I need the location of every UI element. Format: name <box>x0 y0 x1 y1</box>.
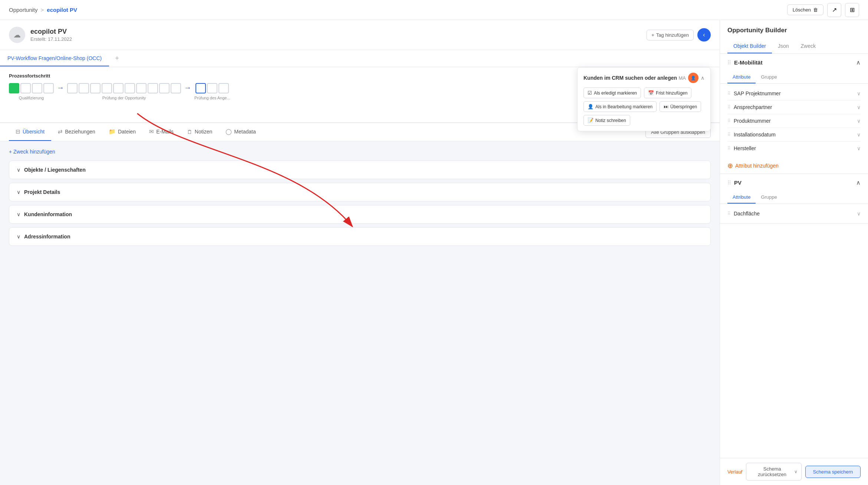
tab-emails[interactable]: ✉ E-Mails <box>142 123 180 141</box>
add-workflow-tab-button[interactable]: + <box>109 50 125 67</box>
pv-sub-tab-gruppe[interactable]: Gruppe <box>756 191 782 204</box>
task-popup-header: Kunden im CRM suchen oder anlegen MA 👤 ∧ <box>583 73 704 83</box>
delete-label: Löschen <box>793 7 811 13</box>
collapse-button[interactable]: ‹ <box>697 28 711 42</box>
task-popup-actions: ☑ Als erledigt markieren 📅 Frist hinzufü… <box>583 88 704 126</box>
sidebar-tab-json[interactable]: Json <box>772 39 795 53</box>
tab-emails-label: E-Mails <box>156 129 174 135</box>
sidebar-tabs: Objekt Builder Json Zweck <box>720 39 868 54</box>
pv-sub-tab-attribute[interactable]: Attribute <box>727 191 756 204</box>
section-projekt-toggle[interactable]: ∨ <box>17 189 20 195</box>
skip-button[interactable]: ⏭ Überspringen <box>660 101 701 112</box>
attr-hersteller-expand[interactable]: ∨ <box>857 145 861 151</box>
add-deadline-button[interactable]: 📅 Frist hinzufügen <box>644 88 691 98</box>
emobility-sub-tab-attribute[interactable]: Attribute <box>727 71 756 83</box>
emobility-sub-tab-gruppe[interactable]: Gruppe <box>756 71 782 83</box>
process-stages: Qualifizierung → <box>9 83 230 100</box>
attr-dachflache-drag[interactable]: ⠿ <box>727 211 731 216</box>
attr-sap-drag[interactable]: ⠿ <box>727 91 731 96</box>
grid-button[interactable]: ⊞ <box>845 3 859 17</box>
builder-section-emobility: ⠿ E-Mobilität ∧ Attribute Gruppe <box>720 54 868 174</box>
metadata-icon: ◯ <box>226 128 232 135</box>
entity-info: ☁ ecopilot PV Erstellt: 17.11.2022 <box>9 27 72 43</box>
pv-toggle-icon[interactable]: ∧ <box>856 179 861 186</box>
verlauf-button[interactable]: Verlauf <box>727 469 742 475</box>
attr-hersteller-drag[interactable]: ⠿ <box>727 146 731 151</box>
section-kunden-toggle[interactable]: ∨ <box>17 211 20 217</box>
add-attribute-label: Attribut hinzufügen <box>735 163 779 169</box>
attr-ansprechpartner-expand[interactable]: ∨ <box>857 104 861 110</box>
section-adress-title: Adressinformation <box>24 234 70 240</box>
tab-ubersicht[interactable]: ⊟ Übersicht <box>9 123 51 141</box>
attr-produktnummer-drag[interactable]: ⠿ <box>727 118 731 123</box>
workflow-tabs: PV-Workflow Fragen/Online-Shop (OCC) + <box>0 50 720 67</box>
tab-notizen[interactable]: 🗒 Notizen <box>180 123 219 141</box>
step-2-5 <box>113 83 124 93</box>
note-icon: 📝 <box>588 118 594 123</box>
attr-produktnummer-group: ⠿ Produktnummer <box>727 118 771 124</box>
section-adress-toggle[interactable]: ∨ <box>17 234 20 240</box>
stage-group-2: Prüfung der Opportunity <box>67 83 181 100</box>
sidebar-tab-zweck[interactable]: Zweck <box>795 39 822 53</box>
step-1-3 <box>32 83 42 93</box>
process-left: Prozessfortschritt Qualifizieru <box>9 73 230 100</box>
tab-metadata[interactable]: ◯ Metadata <box>219 123 262 141</box>
pv-gruppe-label: Gruppe <box>761 194 777 200</box>
attr-produktnummer-expand[interactable]: ∨ <box>857 118 861 124</box>
section-adress: ∨ Adressinformation <box>9 227 711 246</box>
attr-row-dachflache: ⠿ Dachfläche ∨ <box>727 207 861 220</box>
add-attribute-emobility-button[interactable]: ⊕ Attribut hinzufügen <box>720 158 868 174</box>
attr-dachflache-group: ⠿ Dachfläche <box>727 211 760 217</box>
add-zweck-button[interactable]: + Zweck hinzufügen <box>9 149 711 155</box>
mark-done-button[interactable]: ☑ Als erledigt markieren <box>583 88 641 98</box>
entity-header-actions: + Tag hinzufügen ‹ <box>647 28 711 42</box>
attr-ansprechpartner-drag[interactable]: ⠿ <box>727 105 731 110</box>
attr-sap-expand[interactable]: ∨ <box>857 90 861 96</box>
delete-button[interactable]: Löschen 🗑 <box>787 4 823 15</box>
step-2-10 <box>171 83 181 93</box>
schema-reset-button[interactable]: Schema zurücksetzen ∨ <box>746 463 801 481</box>
write-note-button[interactable]: 📝 Notiz schreiben <box>583 115 630 126</box>
section-projekt: ∨ Projekt Details <box>9 183 711 201</box>
ubersicht-icon: ⊟ <box>16 128 20 135</box>
pv-drag-handle[interactable]: ⠿ <box>727 180 731 186</box>
entity-meta: Erstellt: 17.11.2022 <box>30 36 72 42</box>
sidebar-tab-zweck-label: Zweck <box>801 43 816 49</box>
agent-label: MA <box>679 75 686 81</box>
sidebar-header: Opportunity Builder Objekt Builder Json … <box>720 20 868 54</box>
breadcrumb-parent[interactable]: Opportunity <box>9 7 38 13</box>
sidebar-tab-objekt-builder[interactable]: Objekt Builder <box>727 39 772 53</box>
schema-caret-icon: ∨ <box>794 469 798 474</box>
arrow-2: → <box>184 83 191 92</box>
attr-dachflache-expand[interactable]: ∨ <box>857 211 861 217</box>
tab-notizen-label: Notizen <box>195 129 212 135</box>
breadcrumb-current[interactable]: ecopilot PV <box>47 7 77 13</box>
schema-save-button[interactable]: Schema speichern <box>805 466 861 478</box>
add-deadline-label: Frist hinzufügen <box>656 90 687 96</box>
emobility-toggle-icon[interactable]: ∧ <box>856 59 861 66</box>
builder-section-emobility-header[interactable]: ⠿ E-Mobilität ∧ <box>720 54 868 71</box>
mark-in-progress-button[interactable]: 👤 Als in Bearbeitung markieren <box>583 101 657 112</box>
share-button[interactable]: ↗ <box>827 3 841 17</box>
tab-beziehungen[interactable]: ⇄ Beziehungen <box>51 123 102 141</box>
workflow-tab-pv[interactable]: PV-Workflow Fragen/Online-Shop (OCC) <box>0 51 109 66</box>
process-label: Prozessfortschritt <box>9 73 230 79</box>
notizen-icon: 🗒 <box>187 129 193 135</box>
attr-installationsdatum-drag[interactable]: ⠿ <box>727 132 731 137</box>
pv-sub-tabs: Attribute Gruppe <box>720 191 868 204</box>
stage-3-name: Prüfung des Ange... <box>194 96 230 100</box>
emobility-drag-handle[interactable]: ⠿ <box>727 60 731 66</box>
tab-dateien[interactable]: 📁 Dateien <box>102 123 142 141</box>
stage-3-steps <box>195 83 229 93</box>
add-tag-button[interactable]: + Tag hinzufügen <box>647 30 694 40</box>
content-area: ☁ ecopilot PV Erstellt: 17.11.2022 + Tag… <box>0 20 720 485</box>
attr-installationsdatum-expand[interactable]: ∨ <box>857 132 861 138</box>
attr-hersteller-name: Hersteller <box>734 145 756 151</box>
section-objekte-toggle[interactable]: ∨ <box>17 167 20 173</box>
builder-section-pv-header[interactable]: ⠿ PV ∧ <box>720 174 868 191</box>
collapse-task-icon[interactable]: ∧ <box>701 75 704 81</box>
dateien-icon: 📁 <box>109 128 116 135</box>
entity-header: ☁ ecopilot PV Erstellt: 17.11.2022 + Tag… <box>0 20 720 50</box>
step-1-2 <box>20 83 31 93</box>
stage-2-steps <box>67 83 181 93</box>
